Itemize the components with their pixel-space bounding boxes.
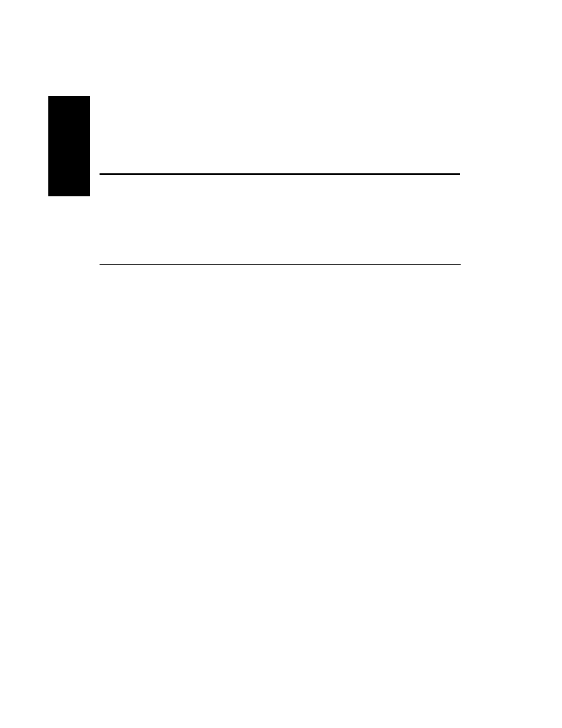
title-divider-thick — [100, 173, 460, 175]
section-divider-thin — [100, 264, 461, 265]
chapter-number-box — [48, 96, 90, 196]
